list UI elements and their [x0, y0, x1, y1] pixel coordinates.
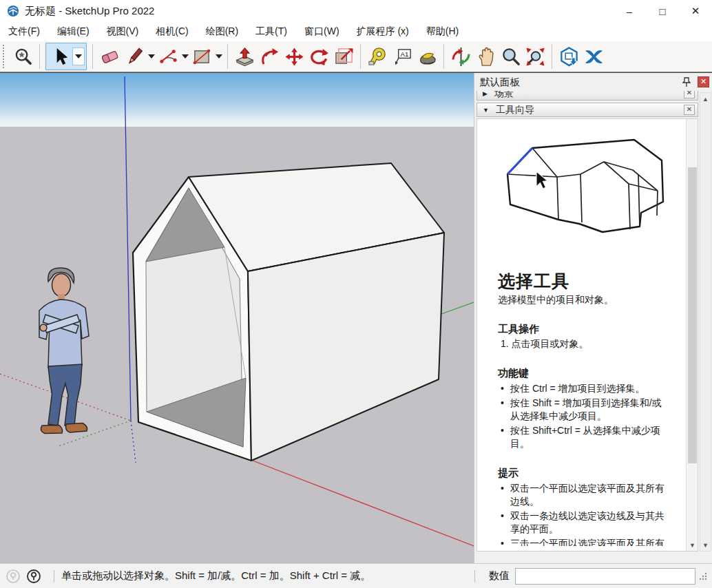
toolbar-drag-handle[interactable] [3, 45, 8, 68]
toolbar: A1 [0, 41, 712, 72]
menu-edit[interactable]: 编辑(E) [57, 25, 90, 38]
credit-info-icon[interactable] [26, 569, 41, 584]
sky [0, 73, 474, 127]
panel-scrollbar[interactable]: ▲ ▼ [700, 92, 711, 552]
paint-bucket-icon [417, 47, 437, 67]
menu-file[interactable]: 文件(F) [8, 25, 40, 38]
scroll-down-icon[interactable]: ▼ [687, 539, 698, 551]
text-tool-button[interactable]: A1 [390, 43, 415, 70]
toolbar-separator [360, 44, 361, 69]
zoom-button[interactable] [498, 43, 523, 70]
arc-tool-button[interactable] [156, 43, 180, 70]
extension-warehouse-button[interactable] [581, 43, 606, 70]
maximize-button[interactable]: □ [646, 0, 679, 22]
zoom-extents-icon [525, 47, 545, 67]
toolbar-separator [443, 44, 444, 69]
scenes-section-clipped: ▶ 场景 ✕ [477, 91, 698, 101]
scenes-close-button[interactable]: ✕ [684, 91, 695, 98]
resize-grip[interactable] [698, 571, 708, 581]
arc-dropdown[interactable] [180, 43, 189, 70]
select-button[interactable] [48, 43, 72, 70]
instructor-section-bar[interactable]: ▼ 工具向导 ✕ [477, 103, 698, 117]
tip-item: 双击一个平面以选定该平面及其所有边线。 [498, 482, 669, 508]
instructor-close-button[interactable]: ✕ [684, 105, 695, 115]
eraser-icon [100, 47, 120, 67]
select-dropdown[interactable] [72, 48, 85, 65]
menubar: 文件(F) 编辑(E) 视图(V) 相机(C) 绘图(R) 工具(T) 窗口(W… [0, 22, 712, 41]
tips-list: 双击一个平面以选定该平面及其所有边线。 双击一条边线以选定该边线及与其共享的平面… [498, 482, 669, 546]
menu-camera[interactable]: 相机(C) [156, 25, 188, 38]
pan-button[interactable] [473, 43, 498, 70]
statusbar-separator [54, 570, 54, 582]
instructor-doc-title: 选择工具 [498, 270, 669, 293]
scale-button[interactable] [331, 43, 356, 70]
statusbar: 单击或拖动以选择对象。Shift = 加/减。Ctrl = 加。Shift + … [0, 563, 712, 588]
instructor-scrollbar[interactable]: ▼ [686, 119, 698, 551]
rotate-button[interactable] [306, 43, 331, 70]
scrollbar-thumb[interactable] [688, 167, 697, 463]
default-tray-panel: 默认面板 ✕ ▶ 场景 ✕ ▼ [474, 73, 712, 563]
get-models-button[interactable] [556, 43, 581, 70]
push-pull-icon [235, 47, 255, 67]
menu-draw[interactable]: 绘图(R) [206, 25, 238, 38]
instructor-doc-subtitle: 选择模型中的项目和对象。 [498, 294, 669, 306]
modifier-item: 按住 Shift = 增加项目到选择集和/或从选择集中减少项目。 [498, 397, 669, 423]
svg-text:A1: A1 [400, 50, 408, 57]
line-icon [125, 47, 145, 67]
measurements-input[interactable] [515, 568, 695, 585]
sketchup-window: 无标题 - SketchUp Pro 2022 – □ ✕ 文件(F) 编辑(E… [0, 0, 712, 588]
paint-bucket-button[interactable] [415, 43, 439, 70]
zoom-extents-button[interactable] [523, 43, 547, 70]
app-logo-icon [7, 5, 19, 17]
toolbar-separator [552, 44, 552, 69]
orbit-icon [451, 47, 471, 67]
scenes-section-bar[interactable]: ▶ 场景 ✕ [477, 91, 698, 101]
minimize-button[interactable]: – [613, 0, 646, 22]
scroll-down-icon[interactable]: ▼ [700, 539, 711, 551]
operation-heading: 工具操作 [498, 323, 669, 336]
rotate-icon [309, 47, 329, 67]
menu-window[interactable]: 窗口(W) [304, 25, 339, 38]
menu-view[interactable]: 视图(V) [107, 25, 139, 38]
select-tool-illustration-icon [498, 133, 670, 243]
text-icon: A1 [392, 47, 412, 67]
rectangle-tool-button[interactable] [189, 43, 214, 70]
menu-tools[interactable]: 工具(T) [255, 25, 287, 38]
move-button[interactable] [282, 43, 306, 70]
toolbar-separator [227, 44, 228, 69]
window-title: 无标题 - SketchUp Pro 2022 [25, 5, 154, 18]
get-models-icon [559, 47, 579, 67]
scenes-section-label: 场景 [494, 91, 514, 100]
extension-warehouse-icon [584, 47, 604, 67]
titlebar: 无标题 - SketchUp Pro 2022 – □ ✕ [0, 0, 712, 22]
tape-measure-icon [368, 47, 388, 67]
modifier-heading: 功能键 [498, 367, 669, 380]
scroll-up-icon[interactable]: ▲ [700, 93, 711, 105]
panel-title: 默认面板 [480, 76, 520, 89]
rectangle-icon [192, 47, 212, 67]
line-tool-button[interactable] [122, 43, 147, 70]
modifier-item: 按住 Shift+Ctrl = 从选择集中减少项目。 [498, 424, 669, 450]
orbit-button[interactable] [448, 43, 473, 70]
scale-icon [334, 47, 354, 67]
rectangle-dropdown[interactable] [214, 43, 223, 70]
tape-measure-button[interactable] [365, 43, 390, 70]
line-dropdown[interactable] [147, 43, 156, 70]
select-tool-group [45, 43, 87, 70]
menu-extensions[interactable]: 扩展程序 (x) [357, 25, 409, 38]
close-button[interactable]: ✕ [679, 0, 712, 22]
menu-help[interactable]: 帮助(H) [426, 25, 459, 38]
expander-arrow-icon[interactable]: ▶ [483, 91, 488, 97]
eraser-button[interactable] [97, 43, 122, 70]
pin-icon[interactable] [680, 75, 693, 89]
follow-me-button[interactable] [257, 43, 282, 70]
statusbar-separator [474, 570, 475, 582]
zoom-window-button[interactable] [10, 43, 35, 70]
expander-arrow-icon[interactable]: ▼ [483, 107, 489, 114]
move-icon [284, 47, 304, 67]
push-pull-button[interactable] [232, 43, 257, 70]
claim-credit-icon[interactable] [6, 569, 21, 584]
panel-close-button[interactable]: ✕ [698, 76, 709, 87]
modeling-viewport[interactable] [0, 73, 474, 563]
instructor-section-label: 工具向导 [496, 104, 534, 116]
